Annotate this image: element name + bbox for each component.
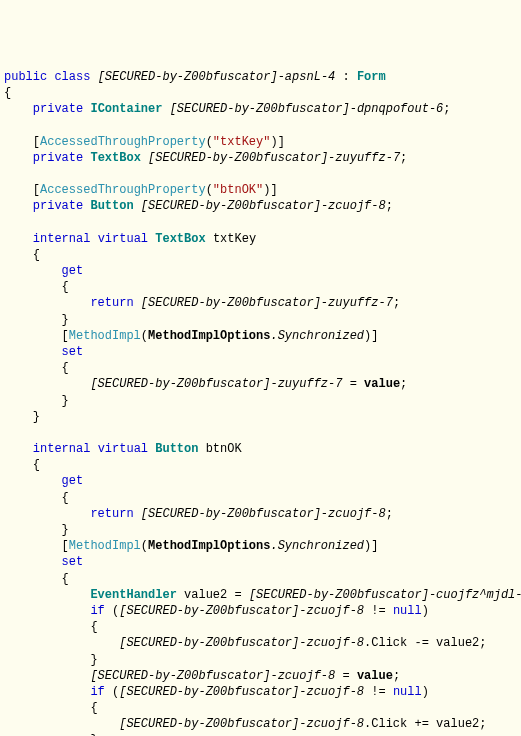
str: "btnOK" <box>213 183 263 197</box>
type: TextBox <box>155 232 205 246</box>
var: value2 <box>184 588 227 602</box>
kw-public: public <box>4 70 47 84</box>
str: "txtKey" <box>213 135 271 149</box>
dot: .Synchronized <box>270 329 364 343</box>
evt: .Click += value2; <box>364 717 486 731</box>
kw-set: set <box>62 345 84 359</box>
lhs: [SECURED-by-Z00bfuscator]-zcuojf-8 <box>90 669 335 683</box>
attr: AccessedThroughProperty <box>40 135 206 149</box>
kw-get: get <box>62 474 84 488</box>
attr: AccessedThroughProperty <box>40 183 206 197</box>
null: null <box>393 604 422 618</box>
kw-internal: internal <box>33 442 91 456</box>
kw-internal: internal <box>33 232 91 246</box>
prop-name: txtKey <box>213 232 256 246</box>
brace: { <box>90 620 97 634</box>
type: Button <box>90 199 133 213</box>
brace: } <box>90 653 97 667</box>
brace: { <box>62 491 69 505</box>
brace: { <box>33 248 40 262</box>
rhs: [SECURED-by-Z00bfuscator]-cuojfz^mjdl-3 <box>249 588 521 602</box>
kw-return: return <box>90 507 133 521</box>
field: [SECURED-by-Z00bfuscator]-zcuojf-8 <box>141 199 386 213</box>
obj: [SECURED-by-Z00bfuscator]-zcuojf-8 <box>119 636 364 650</box>
kw-get: get <box>62 264 84 278</box>
brace: { <box>4 86 11 100</box>
type: TextBox <box>90 151 140 165</box>
kw-if: if <box>90 604 104 618</box>
class-name: [SECURED-by-Z00bfuscator]-apsnL-4 <box>98 70 336 84</box>
type: IContainer <box>90 102 162 116</box>
brace: } <box>33 410 40 424</box>
brace: { <box>90 701 97 715</box>
attr: MethodImpl <box>69 329 141 343</box>
kw-set: set <box>62 555 84 569</box>
brace: { <box>62 280 69 294</box>
field: [SECURED-by-Z00bfuscator]-dpnqpofout-6 <box>170 102 444 116</box>
code-block: public class [SECURED-by-Z00bfuscator]-a… <box>4 69 517 736</box>
brace: { <box>62 572 69 586</box>
prop-name: btnOK <box>206 442 242 456</box>
brace: } <box>62 313 69 327</box>
kw-private: private <box>33 199 83 213</box>
brace: { <box>62 361 69 375</box>
type: Button <box>155 442 198 456</box>
base-type: Form <box>357 70 386 84</box>
field: [SECURED-by-Z00bfuscator]-zuyuffz-7 <box>148 151 400 165</box>
cond: [SECURED-by-Z00bfuscator]-zcuojf-8 <box>119 604 364 618</box>
kw-virtual: virtual <box>98 232 148 246</box>
opt: MethodImplOptions <box>148 329 270 343</box>
lhs: [SECURED-by-Z00bfuscator]-zuyuffz-7 <box>90 377 342 391</box>
brace: { <box>33 458 40 472</box>
op: != <box>371 604 385 618</box>
kw-class: class <box>54 70 90 84</box>
type: EventHandler <box>90 588 176 602</box>
dot: .Synchronized <box>270 539 364 553</box>
brace: } <box>62 394 69 408</box>
op: != <box>371 685 385 699</box>
kw-private: private <box>33 151 83 165</box>
ret-val: [SECURED-by-Z00bfuscator]-zcuojf-8 <box>141 507 386 521</box>
kw-private: private <box>33 102 83 116</box>
kw-virtual: virtual <box>98 442 148 456</box>
kw-if: if <box>90 685 104 699</box>
null: null <box>393 685 422 699</box>
rhs: value <box>364 377 400 391</box>
attr: MethodImpl <box>69 539 141 553</box>
evt: .Click -= value2; <box>364 636 486 650</box>
kw-return: return <box>90 296 133 310</box>
cond: [SECURED-by-Z00bfuscator]-zcuojf-8 <box>119 685 364 699</box>
rhs: value <box>357 669 393 683</box>
brace: } <box>62 523 69 537</box>
ret-val: [SECURED-by-Z00bfuscator]-zuyuffz-7 <box>141 296 393 310</box>
obj: [SECURED-by-Z00bfuscator]-zcuojf-8 <box>119 717 364 731</box>
opt: MethodImplOptions <box>148 539 270 553</box>
